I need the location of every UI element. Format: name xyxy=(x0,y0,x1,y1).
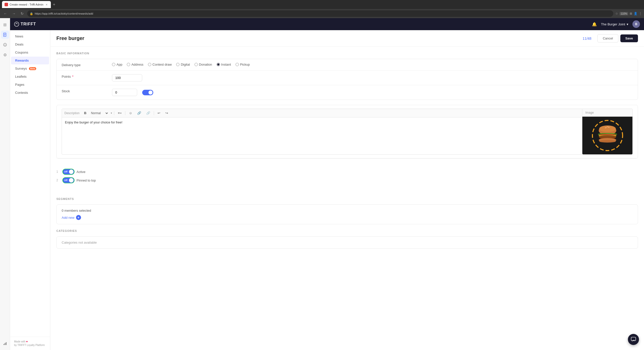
cancel-button[interactable]: Cancel xyxy=(597,34,618,42)
active-tab[interactable]: Create reward - Trifft Admin ✕ xyxy=(2,1,51,8)
image-label: Image xyxy=(582,109,632,117)
address-bar[interactable]: 🔒 https://app.trifft.io/cacitokiy/conten… xyxy=(27,10,613,17)
chat-fab[interactable] xyxy=(628,334,639,345)
pinned-toggle[interactable]: Off xyxy=(62,177,74,183)
sidebar-deals-label: Deals xyxy=(15,42,23,46)
star-icon[interactable]: ☆ xyxy=(615,12,618,15)
sidebar-surveys-label: Surveys xyxy=(15,67,27,70)
radio-donation[interactable]: Donation xyxy=(195,63,212,66)
sidebar-item-coupons[interactable]: Coupons xyxy=(11,49,49,56)
segments-title: SEGMENTS xyxy=(56,197,638,200)
bold-button[interactable]: B xyxy=(83,110,88,116)
link-button[interactable]: 🔗 xyxy=(136,110,143,116)
trifft-logo: TRIFFT xyxy=(14,22,36,27)
radio-contest-draw-input[interactable] xyxy=(148,63,151,66)
char-count: 11/48 xyxy=(583,36,591,40)
list-button[interactable]: ≡ ▾ xyxy=(116,110,123,116)
svg-point-10 xyxy=(14,22,19,26)
browser-chrome: Create reward - Trifft Admin ✕ + xyxy=(0,0,644,9)
lock-icon: 🔒 xyxy=(30,12,33,15)
address-bar-row: ← → ↻ 🔒 https://app.trifft.io/cacitokiy/… xyxy=(0,9,644,18)
radio-address[interactable]: Address xyxy=(127,63,143,66)
svg-rect-7 xyxy=(4,344,4,345)
basic-info-title: BASIC INFORMATION xyxy=(56,52,638,55)
sidebar-item-surveys[interactable]: Surveys Beta xyxy=(11,65,49,72)
stock-toggle[interactable]: Off xyxy=(142,90,153,95)
doc-icon-btn[interactable] xyxy=(1,31,9,39)
profile-icon: 👤 xyxy=(634,12,637,15)
active-toggle[interactable]: Off xyxy=(62,169,74,175)
editor-area: Description B Normal Heading 1 Heading 2… xyxy=(62,109,582,155)
radio-donation-input[interactable] xyxy=(195,63,198,66)
face-icon-btn[interactable] xyxy=(1,41,9,49)
back-button[interactable]: ← xyxy=(2,11,9,16)
radio-instant-input[interactable] xyxy=(217,63,220,66)
desc-label-toolbar: Description xyxy=(64,111,80,115)
segments-card: 0 members selected Add new + xyxy=(56,204,638,224)
radio-digital-input[interactable] xyxy=(176,63,179,66)
menu-icon[interactable]: ⋮ xyxy=(639,12,642,15)
radio-contest-draw[interactable]: Contest draw xyxy=(148,63,172,66)
refresh-button[interactable]: ↻ xyxy=(19,11,25,16)
points-label: Points * xyxy=(62,74,112,78)
format-chevron: ▾ xyxy=(111,112,112,114)
pinned-toggle-row: 2 Off Pinned to top xyxy=(56,177,638,183)
redo-button[interactable]: ↪ xyxy=(164,110,170,116)
forward-button[interactable]: → xyxy=(11,11,17,16)
page-title: Free burger xyxy=(56,35,583,41)
points-input[interactable] xyxy=(112,74,142,81)
radio-group: App Address Contest draw xyxy=(112,63,250,66)
sidebar-contests-label: Contests xyxy=(15,91,28,95)
radio-digital[interactable]: Digital xyxy=(176,63,190,66)
undo-button[interactable]: ↩ xyxy=(156,110,162,116)
toolbar-divider-2 xyxy=(125,111,125,115)
sidebar-pages-label: Pages xyxy=(15,83,24,86)
radio-app-label: App xyxy=(117,63,122,66)
gear-icon-btn[interactable]: ⚙ xyxy=(1,51,9,59)
sidebar-item-rewards[interactable]: Rewards xyxy=(11,57,49,64)
content-area: News Deals Coupons Rewards Surveys xyxy=(10,30,644,350)
org-chevron: ▾ xyxy=(627,22,628,26)
editor-content[interactable]: Enjoy the burger of your choice for free… xyxy=(62,117,582,148)
radio-address-input[interactable] xyxy=(127,63,130,66)
sidebar-item-leaflets[interactable]: Leaflets xyxy=(11,73,49,80)
grid-icon-btn[interactable]: ⊞ xyxy=(1,21,9,29)
tab-close-btn[interactable]: ✕ xyxy=(45,3,48,6)
radio-instant-label: Instant xyxy=(221,63,231,66)
stock-content: Off xyxy=(112,89,633,96)
stock-label: Stock xyxy=(62,89,112,93)
save-button[interactable]: Save xyxy=(620,34,638,42)
image-preview[interactable] xyxy=(582,117,632,154)
unlink-button[interactable]: 🔗 xyxy=(145,110,152,116)
radio-app-input[interactable] xyxy=(112,63,115,66)
add-new-button[interactable]: Add new + xyxy=(62,215,81,220)
sidebar-nav-area: News Deals Coupons Rewards Surveys xyxy=(10,30,50,350)
new-tab-button[interactable]: + xyxy=(52,2,56,7)
emoji-button[interactable]: ☺ xyxy=(127,110,134,116)
left-icon-panel: ⊞ ⚙ xyxy=(0,18,10,350)
analytics-icon-btn[interactable] xyxy=(1,339,9,347)
sidebar-item-deals[interactable]: Deals xyxy=(11,40,49,48)
radio-app[interactable]: App xyxy=(112,63,122,66)
radio-pickup-input[interactable] xyxy=(236,63,239,66)
zoom-badge: 110% xyxy=(620,12,628,15)
org-switcher[interactable]: The Burger Joint ▾ xyxy=(601,22,628,26)
radio-instant[interactable]: Instant xyxy=(217,63,231,66)
toggle-section: 1 Off Active 2 xyxy=(50,164,644,186)
svg-point-5 xyxy=(4,44,5,45)
bell-icon[interactable]: 🔔 xyxy=(592,22,597,27)
stock-toggle-slider: Off xyxy=(142,90,153,95)
sidebar-item-pages[interactable]: Pages xyxy=(11,81,49,89)
top-nav: TRIFFT 🔔 The Burger Joint ▾ B xyxy=(10,18,644,30)
sidebar-leaflets-label: Leaflets xyxy=(15,75,27,78)
radio-pickup[interactable]: Pickup xyxy=(236,63,250,66)
stock-input[interactable] xyxy=(112,89,137,96)
sidebar-item-news[interactable]: News xyxy=(11,32,49,40)
categories-card: Categories not available xyxy=(56,236,638,249)
svg-rect-9 xyxy=(6,342,7,345)
format-select[interactable]: Normal Heading 1 Heading 2 xyxy=(90,111,109,115)
radio-pickup-label: Pickup xyxy=(240,63,250,66)
sidebar-item-contests[interactable]: Contests xyxy=(11,89,49,97)
toggle-rows: 1 Off Active 2 xyxy=(56,169,638,186)
delivery-type-row: Delivery type App Address xyxy=(57,59,638,71)
